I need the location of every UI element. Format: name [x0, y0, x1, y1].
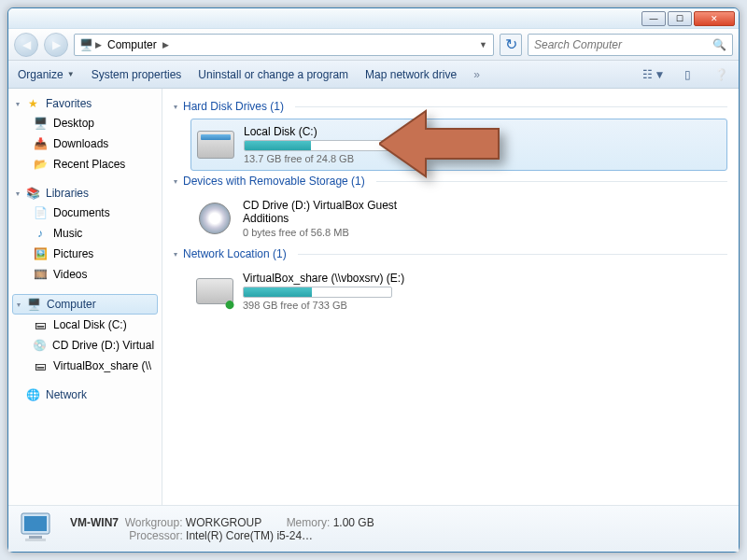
computer-icon [18, 511, 59, 547]
chevron-down-icon: ▾ [174, 103, 177, 111]
view-options-button[interactable]: ☷▼ [645, 66, 662, 83]
svg-rect-3 [25, 539, 46, 541]
search-box[interactable]: 🔍 [528, 34, 733, 56]
network-drive-icon: 🖴 [33, 358, 48, 373]
system-properties-button[interactable]: System properties [92, 68, 182, 81]
minimize-button[interactable]: — [641, 11, 666, 26]
sidebar-item-downloads[interactable]: 📥Downloads [12, 133, 158, 154]
drive-cd[interactable]: CD Drive (D:) VirtualBox Guest Additions… [190, 193, 727, 244]
status-text: VM-WIN7 Workgroup: WORKGROUP Memory: 1.0… [70, 516, 374, 542]
drive-local-disk[interactable]: Local Disk (C:) 13.7 GB free of 24.8 GB [190, 119, 727, 171]
drive-name: VirtualBox_share (\\vboxsrv) (E:) [243, 272, 411, 285]
drive-free: 0 bytes free of 56.8 MB [243, 227, 411, 238]
drive-network-share[interactable]: VirtualBox_share (\\vboxsrv) (E:) 398 GB… [190, 266, 727, 316]
sidebar-header-libraries[interactable]: ▾ 📚 Libraries [12, 184, 158, 203]
computer-icon: 🖥️ [78, 37, 93, 52]
chevron-right-icon: ▶ [95, 40, 102, 49]
libraries-icon: 📚 [25, 186, 40, 201]
sidebar-item-recent[interactable]: 📂Recent Places [12, 154, 158, 175]
explorer-window: — ☐ ✕ ◀ ▶ 🖥️ ▶ Computer ▶ ▼ ↻ 🔍 Organize… [7, 7, 740, 553]
desktop-icon: 🖥️ [33, 116, 48, 131]
sidebar-header-network[interactable]: ▸ 🌐 Network [12, 385, 158, 404]
chevron-right-icon: ▶ [162, 40, 169, 49]
sidebar-header-favorites[interactable]: ▾ ★ Favorites [12, 94, 158, 113]
sidebar-group-computer: ▾ 🖥️ Computer 🖴Local Disk (C:) 💿CD Drive… [12, 294, 158, 376]
details-pane: VM-WIN7 Workgroup: WORKGROUP Memory: 1.0… [8, 505, 739, 552]
search-icon: 🔍 [712, 38, 726, 51]
uninstall-program-button[interactable]: Uninstall or change a program [198, 68, 348, 81]
hdd-icon [197, 128, 234, 161]
chevron-down-icon: ▾ [174, 250, 177, 259]
downloads-icon: 📥 [33, 136, 48, 151]
sidebar-header-computer[interactable]: ▾ 🖥️ Computer [12, 294, 158, 315]
navigation-pane: ▾ ★ Favorites 🖥️Desktop 📥Downloads 📂Rece… [8, 89, 162, 505]
sidebar-item-videos[interactable]: 🎞️Videos [12, 264, 158, 285]
capacity-bar [244, 140, 393, 151]
refresh-icon: ↻ [505, 35, 517, 53]
pictures-icon: 🖼️ [33, 246, 48, 261]
body-split: ▾ ★ Favorites 🖥️Desktop 📥Downloads 📂Rece… [8, 89, 739, 505]
help-button[interactable]: ❔ [712, 66, 729, 83]
sidebar-group-favorites: ▾ ★ Favorites 🖥️Desktop 📥Downloads 📂Rece… [12, 94, 158, 175]
sidebar-item-desktop[interactable]: 🖥️Desktop [12, 113, 158, 133]
titlebar: — ☐ ✕ [8, 8, 739, 29]
chevron-down-icon: ▾ [16, 100, 20, 108]
chevron-down-icon: ▾ [174, 177, 177, 186]
navbar: ◀ ▶ 🖥️ ▶ Computer ▶ ▼ ↻ 🔍 [8, 29, 739, 61]
computer-name: VM-WIN7 [70, 516, 119, 529]
sidebar-item-music[interactable]: ♪Music [12, 223, 158, 244]
group-header-network[interactable]: ▾ Network Location (1) [174, 247, 727, 260]
drive-free: 398 GB free of 733 GB [243, 300, 411, 311]
organize-menu[interactable]: Organize▼ [18, 68, 75, 81]
map-network-drive-button[interactable]: Map network drive [365, 68, 457, 81]
documents-icon: 📄 [33, 205, 48, 220]
search-input[interactable] [534, 38, 707, 51]
recent-icon: 📂 [33, 157, 48, 172]
refresh-button[interactable]: ↻ [500, 34, 522, 56]
svg-rect-2 [29, 536, 42, 539]
maximize-button[interactable]: ☐ [668, 11, 692, 26]
computer-icon: 🖥️ [26, 297, 41, 312]
cd-icon [196, 202, 233, 235]
toolbar-overflow[interactable]: » [473, 68, 480, 81]
breadcrumb-computer[interactable]: Computer [104, 38, 161, 51]
chevron-down-icon[interactable]: ▼ [479, 40, 487, 49]
cd-icon: 💿 [33, 338, 47, 353]
sidebar-group-network: ▸ 🌐 Network [12, 385, 158, 404]
address-bar[interactable]: 🖥️ ▶ Computer ▶ ▼ [74, 34, 494, 56]
videos-icon: 🎞️ [33, 267, 48, 282]
svg-rect-1 [24, 516, 47, 531]
group-header-hdd[interactable]: ▾ Hard Disk Drives (1) [174, 100, 727, 113]
network-drive-icon [196, 274, 233, 308]
chevron-down-icon: ▾ [16, 189, 20, 198]
sidebar-group-libraries: ▾ 📚 Libraries 📄Documents ♪Music 🖼️Pictur… [12, 184, 158, 285]
sidebar-item-local-disk[interactable]: 🖴Local Disk (C:) [12, 315, 158, 335]
sidebar-item-pictures[interactable]: 🖼️Pictures [12, 244, 158, 264]
group-header-removable[interactable]: ▾ Devices with Removable Storage (1) [174, 175, 727, 188]
toolbar: Organize▼ System properties Uninstall or… [8, 61, 739, 89]
music-icon: ♪ [33, 226, 48, 241]
content-pane: ▾ Hard Disk Drives (1) Local Disk (C:) 1… [162, 89, 739, 505]
preview-pane-button[interactable]: ▯ [679, 66, 696, 83]
chevron-down-icon: ▾ [17, 301, 21, 309]
close-button[interactable]: ✕ [694, 11, 735, 26]
drive-free: 13.7 GB free of 24.8 GB [244, 153, 412, 164]
star-icon: ★ [25, 96, 40, 111]
hdd-icon: 🖴 [33, 317, 48, 332]
sidebar-item-documents[interactable]: 📄Documents [12, 203, 158, 223]
back-button[interactable]: ◀ [14, 33, 38, 57]
drive-name: Local Disk (C:) [244, 125, 412, 138]
network-icon: 🌐 [25, 387, 40, 402]
capacity-bar [243, 287, 392, 298]
sidebar-item-cd-drive[interactable]: 💿CD Drive (D:) Virtual [12, 335, 158, 356]
forward-button[interactable]: ▶ [44, 33, 68, 57]
sidebar-item-network-share[interactable]: 🖴VirtualBox_share (\\ [12, 356, 158, 376]
drive-name: CD Drive (D:) VirtualBox Guest Additions [243, 199, 411, 225]
